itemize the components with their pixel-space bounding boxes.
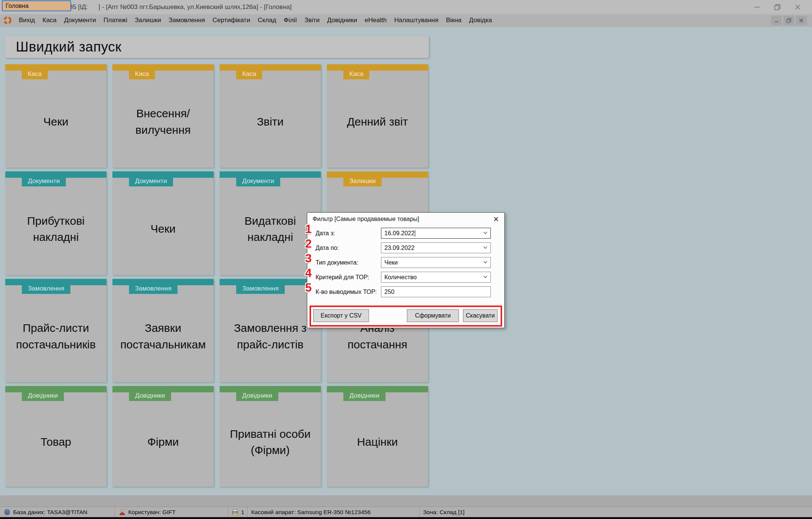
tile-cheky-kasa[interactable]: Каса Чеки [5, 64, 106, 168]
menu-item-dovidnyky[interactable]: Довідники [323, 15, 361, 26]
tile-label: Денний звіт [331, 79, 424, 164]
status-cash-register: Касовий апарат: Samsung ER-350 №123456 [247, 507, 419, 517]
top-count-label: К-во выводимых ТОР: [316, 289, 377, 295]
doc-type-combobox[interactable]: Чеки [381, 257, 491, 268]
menu-logo-icon [3, 16, 12, 25]
menu-item-dovidka[interactable]: Довідка [465, 15, 496, 26]
menu-bar: Вихід Каса Документи Платежі Залишки Зам… [0, 14, 812, 27]
minimize-button[interactable] [753, 3, 761, 11]
tile-label: Звіти [223, 79, 317, 164]
menu-item-platezhi[interactable]: Платежі [100, 15, 131, 26]
top-count-value: 250 [384, 289, 395, 295]
tile-label: Заявки постачальникам [116, 294, 210, 378]
tile-zvity-kasa[interactable]: Каса Звіти [220, 64, 321, 168]
menu-item-vikna[interactable]: Вікна [442, 15, 465, 26]
tile-category-tag: Каса [22, 64, 48, 79]
tile-pryvatni-osoby[interactable]: Довідники Приватні особи (Фірми) [220, 386, 321, 487]
menu-item-dokumenty[interactable]: Документи [60, 15, 100, 26]
tile-category-tag: Замовлення [129, 279, 178, 294]
chevron-down-icon[interactable] [483, 232, 487, 235]
tile-dennyi-zvit[interactable]: Каса Денний звіт [327, 64, 428, 168]
status-printer: 1 [228, 507, 247, 517]
tile-strip [220, 64, 321, 71]
status-zone-text: Зона: Склад [1] [423, 509, 464, 516]
tile-label: Товар [9, 401, 103, 483]
top-criteria-label: Критерий для ТОР: [316, 274, 369, 281]
tile-firmy[interactable]: Довідники Фірми [112, 386, 214, 487]
top-criteria-value: Количество [384, 274, 417, 281]
annotation-number-1: 1 [302, 222, 315, 236]
status-cash-register-text: Касовий апарат: Samsung ER-350 №123456 [251, 509, 370, 516]
menu-item-zvity[interactable]: Звіти [301, 15, 323, 26]
tile-zaiavky-postachalnykam[interactable]: Замовлення Заявки постачальникам [112, 279, 214, 382]
tab-holovna[interactable]: Головна [2, 0, 71, 11]
dialog-close-icon[interactable]: ✕ [493, 216, 499, 223]
date-from-value: 16.09.2022 [384, 230, 414, 237]
annotation-number-4: 4 [302, 266, 315, 280]
chevron-down-icon[interactable] [483, 246, 487, 249]
tile-category-tag: Залишки [343, 171, 382, 186]
tile-prybutkovi-nakladni[interactable]: Документи Прибуткові накладні [5, 171, 106, 275]
restore-button[interactable] [774, 3, 781, 11]
tile-vnesennia-vyluchennia[interactable]: Каса Внесення/вилучення [112, 64, 214, 168]
status-database: База даних: TASA3@TITAN [0, 507, 115, 517]
close-button[interactable] [794, 3, 801, 11]
tile-category-tag: Довідники [129, 386, 171, 401]
dialog-title-bar[interactable]: Фильтр [Самые продаваемые товары] ✕ [307, 213, 504, 225]
date-from-combobox[interactable]: 16.09.2022 [381, 228, 491, 239]
top-criteria-combobox[interactable]: Количество [381, 272, 491, 283]
status-printer-count: 1 [241, 509, 244, 516]
tile-strip [327, 64, 428, 71]
menu-item-sertyfikaty[interactable]: Сертифікати [209, 15, 254, 26]
tile-natsinky[interactable]: Довідники Націнки [327, 386, 428, 487]
date-from-label: Дата з: [316, 230, 335, 237]
status-user: Користувач: GIFT [115, 507, 228, 517]
status-user-text: Користувач: GIFT [128, 509, 176, 516]
tile-category-tag: Довідники [236, 386, 278, 401]
tile-label: Чеки [116, 186, 210, 271]
tab-strip [0, 495, 812, 507]
mdi-close-button[interactable] [796, 16, 807, 25]
menu-item-sklad[interactable]: Склад [254, 15, 280, 26]
menu-item-zamovlennia[interactable]: Замовлення [165, 15, 209, 26]
title-bar: Скарб pro v. 4.0.2.85 [ІД: ] - [Апт №003… [0, 0, 812, 14]
date-to-combobox[interactable]: 23.09.2022 [381, 242, 491, 253]
tile-category-tag: Каса [236, 64, 262, 79]
menu-item-zalyshky[interactable]: Залишки [131, 15, 165, 26]
mdi-restore-button[interactable] [783, 16, 794, 25]
menu-item-kasa[interactable]: Каса [39, 15, 60, 26]
status-database-text: База даних: TASA3@TITAN [13, 509, 87, 516]
menu-item-vyhid[interactable]: Вихід [15, 15, 39, 26]
text-cursor [415, 230, 415, 237]
tile-category-tag: Документи [22, 171, 66, 186]
tile-label: Замовлення з прайс-листів [223, 294, 317, 378]
tile-label: Приватні особи (Фірми) [223, 401, 317, 483]
menu-item-ehealth[interactable]: eHealth [361, 15, 391, 26]
top-count-input[interactable]: 250 [381, 286, 491, 297]
tile-category-tag: Каса [129, 64, 155, 79]
tile-strip [112, 64, 214, 71]
user-icon [119, 509, 126, 516]
date-to-value: 23.09.2022 [384, 245, 414, 251]
chevron-down-icon[interactable] [483, 261, 487, 264]
quick-launch-title: Швидкий запуск [16, 39, 121, 55]
menu-item-filii[interactable]: Філії [280, 15, 301, 26]
filter-dialog: Фильтр [Самые продаваемые товары] ✕ Дата… [307, 212, 505, 328]
menu-item-nalashtuvannia[interactable]: Налаштування [390, 15, 442, 26]
status-zone: Зона: Склад [1] [419, 507, 577, 517]
tile-strip [5, 64, 106, 71]
status-bar: База даних: TASA3@TITAN Користувач: GIFT… [0, 507, 812, 517]
tile-label: Прайс-листи постачальників [9, 294, 103, 378]
database-icon [4, 509, 11, 516]
chevron-down-icon[interactable] [483, 275, 487, 278]
tile-category-tag: Замовлення [22, 279, 70, 294]
mdi-minimize-button[interactable] [771, 16, 782, 25]
tile-label: Внесення/вилучення [116, 79, 210, 164]
bottom-edge-strip [0, 517, 812, 519]
tile-prais-lysty-postachalnykiv[interactable]: Замовлення Прайс-листи постачальників [5, 279, 106, 382]
tile-cheky-dokumenty[interactable]: Документи Чеки [112, 171, 214, 275]
tile-tovar[interactable]: Довідники Товар [5, 386, 106, 487]
tile-category-tag: Довідники [343, 386, 386, 401]
annotation-number-2: 2 [302, 237, 315, 251]
quick-launch-header: Швидкий запуск [5, 36, 429, 58]
